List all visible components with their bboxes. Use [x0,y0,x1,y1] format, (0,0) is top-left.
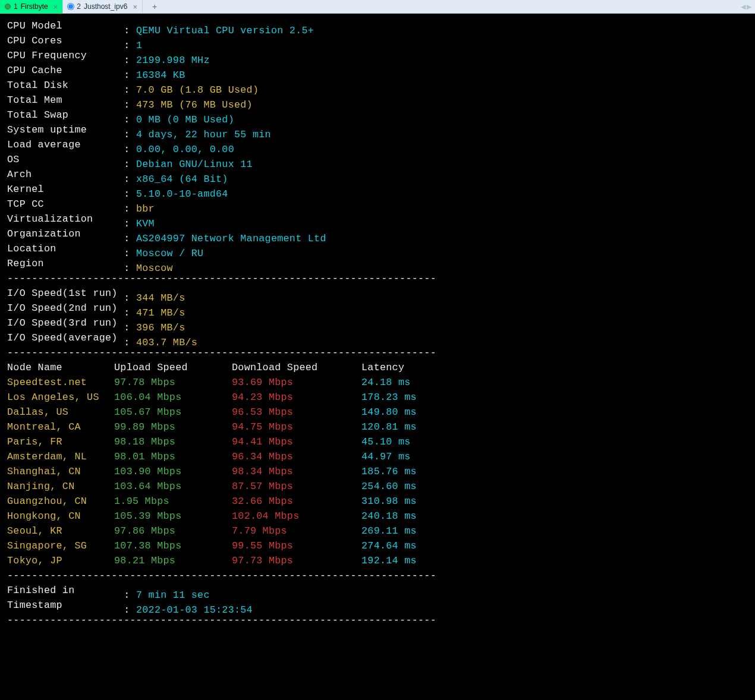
sysinfo-label: Region [7,256,118,271]
io-label: I/O Speed(3rd run) [7,316,118,330]
tab-justhost-ipv6[interactable]: 2 Justhost_ipv6 × [63,0,143,13]
speed-latency: 45.10 ms [361,434,411,449]
speed-upload: 103.90 Mbps [114,464,232,479]
sysinfo-label: System uptime [7,122,118,137]
terminal-line: Kernel : 5.10.0-10-amd64 [7,182,755,197]
terminal-line: Organization : AS204997 Network Manageme… [7,226,755,241]
speed-latency: 178.23 ms [361,390,417,405]
sysinfo-label: CPU Frequency [7,48,118,63]
sysinfo-value: QEMU Virtual CPU version 2.5+ [136,25,314,36]
terminal-line: Nanjing, CN103.64 Mbps87.57 Mbps254.60 m… [7,479,755,494]
sysinfo-label: Total Swap [7,108,118,122]
terminal-line: Amsterdam, NL98.01 Mbps96.34 Mbps44.97 m… [7,449,755,464]
tab-bar: 1 Firstbyte × 2 Justhost_ipv6 × + ◀ ▶ [0,0,755,14]
speed-upload: 97.86 Mbps [114,524,232,538]
speed-download: 32.66 Mbps [232,494,361,509]
terminal-line: Dallas, US105.67 Mbps96.53 Mbps149.80 ms [7,405,755,420]
terminal-line: Guangzhou, CN1.95 Mbps32.66 Mbps310.98 m… [7,494,755,509]
terminal-line: CPU Cache : 16384 KB [7,63,755,78]
speed-node: Seoul, KR [7,524,114,538]
terminal-line: ----------------------------------------… [7,345,755,360]
speed-latency: 254.60 ms [361,479,417,494]
terminal-line: Singapore, SG107.38 Mbps99.55 Mbps274.64… [7,538,755,553]
sysinfo-label: OS [7,152,118,167]
terminal-line: OS : Debian GNU/Linux 11 [7,152,755,167]
sysinfo-label: Location [7,241,118,256]
speed-latency: 269.11 ms [361,524,417,538]
terminal-line: Total Swap : 0 MB (0 MB Used) [7,108,755,122]
speed-latency: 149.80 ms [361,405,417,420]
terminal-line: Virtualization : KVM [7,212,755,226]
io-label: I/O Speed(average) [7,330,118,345]
speed-node: Dallas, US [7,405,114,420]
terminal-line: Speedtest.net97.78 Mbps93.69 Mbps24.18 m… [7,375,755,390]
terminal-line: ----------------------------------------… [7,568,755,583]
speed-latency: 44.97 ms [361,449,411,464]
terminal-line: Hongkong, CN105.39 Mbps102.04 Mbps240.18… [7,509,755,524]
sysinfo-label: Organization [7,226,118,241]
speed-latency: 185.76 ms [361,464,417,479]
close-icon[interactable]: × [54,2,58,11]
separator: ----------------------------------------… [7,273,436,284]
speed-download: 94.75 Mbps [232,420,361,434]
terminal-line: Finished in : 7 min 11 sec [7,583,755,598]
terminal-line: Total Mem : 473 MB (76 MB Used) [7,93,755,108]
sysinfo-label: CPU Cores [7,33,118,48]
sysinfo-label: Load average [7,137,118,152]
terminal-line: CPU Model : QEMU Virtual CPU version 2.5… [7,18,755,33]
tab-label: Justhost_ipv6 [84,2,127,11]
terminal-line: Shanghai, CN103.90 Mbps98.34 Mbps185.76 … [7,464,755,479]
plus-icon: + [152,2,157,11]
speed-download: 93.69 Mbps [232,375,361,390]
tab-firstbyte[interactable]: 1 Firstbyte × [0,0,63,13]
terminal-line: CPU Cores : 1 [7,33,755,48]
speed-upload: 1.95 Mbps [114,494,232,509]
footer-label: Timestamp [7,598,118,613]
status-dot-icon [68,4,74,10]
speed-node: Montreal, CA [7,420,114,434]
speed-upload: 98.18 Mbps [114,434,232,449]
terminal-line: Load average : 0.00, 0.00, 0.00 [7,137,755,152]
chevron-right-icon[interactable]: ▶ [747,3,751,11]
speed-upload: 107.38 Mbps [114,538,232,553]
status-dot-icon [5,4,11,10]
chevron-left-icon[interactable]: ◀ [741,3,745,11]
speed-download: 94.23 Mbps [232,390,361,405]
speed-node: Paris, FR [7,434,114,449]
terminal-line: Timestamp : 2022-01-03 15:23:54 [7,598,755,613]
tab-label: Firstbyte [21,2,48,11]
terminal-line: Location : Moscow / RU [7,241,755,256]
terminal-line: System uptime : 4 days, 22 hour 55 min [7,122,755,137]
speed-latency: 274.64 ms [361,538,417,553]
sysinfo-label: TCP CC [7,197,118,212]
speed-latency: 240.18 ms [361,509,417,524]
speed-download: 7.79 Mbps [232,524,361,538]
speed-node: Guangzhou, CN [7,494,114,509]
speed-latency: 310.98 ms [361,494,417,509]
close-icon[interactable]: × [133,2,137,11]
terminal-output: CPU Model : QEMU Virtual CPU version 2.5… [0,14,755,632]
header-latency: Latency [361,360,404,375]
terminal-line: Seoul, KR97.86 Mbps7.79 Mbps269.11 ms [7,524,755,538]
sysinfo-label: Kernel [7,182,118,197]
terminal-line: CPU Frequency : 2199.998 MHz [7,48,755,63]
sysinfo-label: Virtualization [7,212,118,226]
separator: ----------------------------------------… [7,347,436,358]
speed-node: Nanjing, CN [7,479,114,494]
speed-download: 98.34 Mbps [232,464,361,479]
speed-upload: 97.78 Mbps [114,375,232,390]
speed-node: Speedtest.net [7,375,114,390]
header-download: Download Speed [232,360,361,375]
sysinfo-label: Total Disk [7,78,118,93]
speed-node: Tokyo, JP [7,553,114,568]
sysinfo-label: Total Mem [7,93,118,108]
speed-download: 87.57 Mbps [232,479,361,494]
speed-download: 97.73 Mbps [232,553,361,568]
speed-latency: 24.18 ms [361,375,411,390]
speed-upload: 105.39 Mbps [114,509,232,524]
speed-node: Hongkong, CN [7,509,114,524]
speed-upload: 106.04 Mbps [114,390,232,405]
terminal-line: Paris, FR98.18 Mbps94.41 Mbps45.10 ms [7,434,755,449]
tab-number: 2 [77,2,81,11]
new-tab-button[interactable]: + [143,0,166,13]
